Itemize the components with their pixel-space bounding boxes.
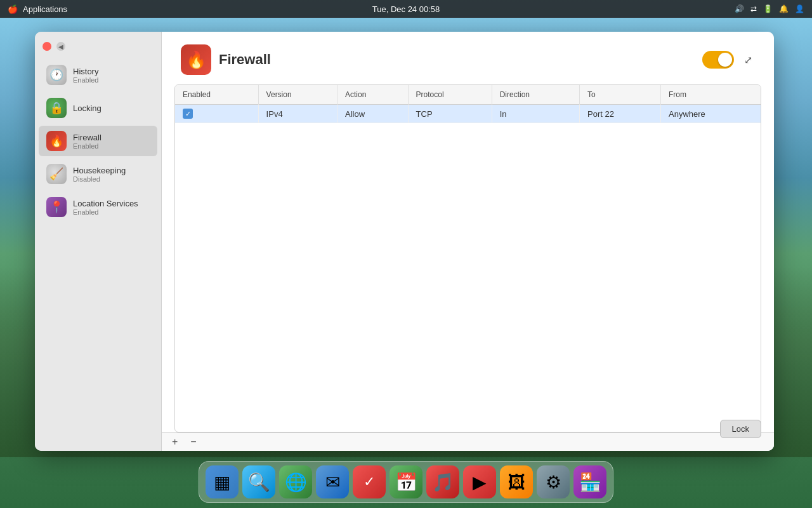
history-icon: 🕐 [46,65,67,85]
dock-store[interactable]: 🏪 [573,465,606,498]
sidebar-firewall-label: Firewall [73,133,102,142]
firewall-rules-table: Enabled Version Action Protocol Directio… [174,84,761,432]
location-icon: 📍 [46,197,67,217]
desktop: 🍎 Applications Tue, Dec 24 00:58 🔊 ⇄ 🔋 🔔… [0,0,812,508]
dock-mosaic[interactable]: ▦ [206,465,239,498]
col-version: Version [258,85,337,105]
main-firewall-icon: 🔥 [181,44,211,75]
app-window: ◀ 🕐 History Enabled 🔒 Locking � [35,32,774,451]
firewall-icon: 🔥 [46,131,67,151]
dock-globe[interactable]: 🌐 [279,465,312,498]
dock-tasks[interactable]: ✓ [353,465,386,498]
sidebar-controls: ◀ [35,37,161,58]
sidebar-locking-label: Locking [73,104,102,113]
menubar-clock: Tue, Dec 24 00:58 [372,4,440,14]
col-enabled: Enabled [175,85,258,105]
menubar-left: 🍎 Applications [8,4,67,14]
expand-button[interactable]: ⤢ [742,51,755,69]
sidebar-location-status: Enabled [73,208,138,216]
cell-direction: In [492,105,579,123]
main-header: 🔥 Firewall ⤢ [162,32,774,84]
cell-from: Anywhere [661,105,761,123]
sidebar-history-label: History [73,67,98,76]
page-title: Firewall [219,51,271,68]
sidebar-item-history[interactable]: 🕐 History Enabled [39,60,157,90]
table-body: ✓ IPv4 Allow TCP In Port 22 Anywhere [175,105,761,123]
apple-icon[interactable]: 🍎 [8,4,18,14]
sidebar-item-firewall[interactable]: 🔥 Firewall Enabled [39,126,157,156]
cell-version: IPv4 [258,105,337,123]
sidebar-firewall-status: Enabled [73,142,102,150]
enable-toggle[interactable] [702,51,734,69]
remove-rule-button[interactable]: − [188,437,199,447]
cell-to: Port 22 [580,105,661,123]
sidebar-history-status: Enabled [73,76,98,84]
locking-icon: 🔒 [46,98,67,118]
dock-calendar[interactable]: 📅 [390,465,422,498]
close-button[interactable] [43,42,51,51]
sidebar-item-housekeeping[interactable]: 🧹 Housekeeping Disabled [39,159,157,189]
col-to: To [580,85,661,105]
bell-icon[interactable]: 🔔 [779,4,789,13]
cell-enabled: ✓ [175,105,258,123]
user-icon[interactable]: 👤 [795,4,804,13]
sidebar-housekeeping-status: Disabled [73,175,126,183]
menubar: 🍎 Applications Tue, Dec 24 00:58 🔊 ⇄ 🔋 🔔… [0,0,812,18]
housekeeping-icon: 🧹 [46,164,67,184]
cell-action: Allow [337,105,408,123]
lock-button-container: Lock [720,420,761,438]
main-content: 🔥 Firewall ⤢ Enabled Version Action [162,32,774,451]
dock-music[interactable]: 🎵 [426,465,459,498]
col-protocol: Protocol [408,85,492,105]
sidebar-location-label: Location Services [73,199,138,208]
dock-video[interactable]: ▶ [463,465,496,498]
volume-icon[interactable]: 🔊 [735,4,744,13]
cell-protocol: TCP [408,105,492,123]
refresh-icon: ⇄ [750,4,757,13]
sidebar-item-location[interactable]: 📍 Location Services Enabled [39,192,157,222]
menubar-right: 🔊 ⇄ 🔋 🔔 👤 [735,4,804,13]
rules-table: Enabled Version Action Protocol Directio… [175,85,761,123]
col-direction: Direction [492,85,579,105]
sidebar: ◀ 🕐 History Enabled 🔒 Locking � [35,32,162,451]
dock: ▦ 🔍 🌐 ✉ ✓ 📅 🎵 ▶ 🖼 ⚙ 🏪 [199,461,613,503]
sidebar-housekeeping-label: Housekeeping [73,166,126,175]
table-row[interactable]: ✓ IPv4 Allow TCP In Port 22 Anywhere [175,105,761,123]
table-toolbar: + − [162,432,774,451]
dock-finder[interactable]: 🔍 [242,465,275,498]
datetime-label: Tue, Dec 24 00:58 [372,4,440,14]
back-button[interactable]: ◀ [56,42,65,51]
sidebar-item-locking[interactable]: 🔒 Locking [39,93,157,123]
main-title-area: 🔥 Firewall [181,44,271,75]
col-from: From [661,85,761,105]
enabled-checkbox[interactable]: ✓ [183,109,193,119]
dock-photos[interactable]: 🖼 [500,465,533,498]
dock-settings[interactable]: ⚙ [537,465,570,498]
lock-button[interactable]: Lock [720,420,761,438]
dock-mail[interactable]: ✉ [316,465,349,498]
col-action: Action [337,85,408,105]
add-rule-button[interactable]: + [169,437,180,447]
applications-label[interactable]: Applications [23,4,67,14]
battery-icon: 🔋 [763,4,773,13]
table-header: Enabled Version Action Protocol Directio… [175,85,761,105]
